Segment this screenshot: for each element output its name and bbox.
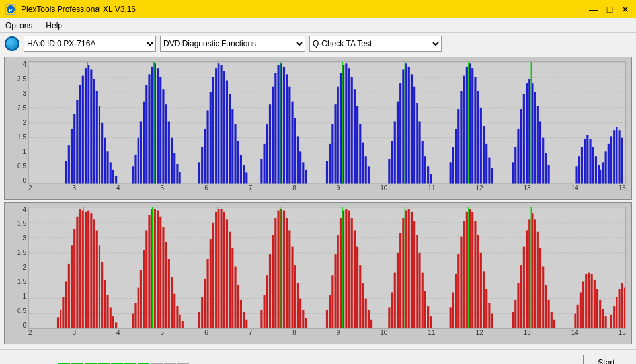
svg-rect-72 xyxy=(277,65,279,184)
svg-rect-123 xyxy=(471,68,473,183)
svg-rect-56 xyxy=(220,65,222,184)
svg-rect-29 xyxy=(115,176,117,183)
svg-rect-199 xyxy=(110,307,112,328)
svg-rect-61 xyxy=(234,124,236,183)
function-select[interactable]: DVD Diagnostic Functions xyxy=(160,36,305,52)
svg-rect-45 xyxy=(173,153,175,184)
svg-rect-155 xyxy=(602,162,604,183)
svg-rect-125 xyxy=(477,91,479,184)
minimize-button[interactable]: — xyxy=(588,4,599,15)
svg-rect-304 xyxy=(491,313,493,328)
svg-rect-92 xyxy=(351,77,353,184)
svg-rect-285 xyxy=(422,272,424,328)
svg-rect-243 xyxy=(272,235,274,328)
svg-rect-101 xyxy=(394,121,396,183)
svg-rect-132 xyxy=(514,147,516,183)
svg-rect-22 xyxy=(96,91,98,184)
svg-rect-188 xyxy=(79,209,81,328)
svg-rect-154 xyxy=(599,170,601,184)
app-icon: P xyxy=(5,4,16,15)
svg-rect-143 xyxy=(545,153,547,184)
svg-rect-317 xyxy=(545,284,547,328)
svg-rect-117 xyxy=(455,129,457,184)
svg-rect-134 xyxy=(520,109,522,183)
svg-rect-48 xyxy=(198,162,200,183)
svg-rect-65 xyxy=(245,172,247,183)
svg-rect-136 xyxy=(526,83,528,183)
svg-rect-106 xyxy=(408,67,410,184)
svg-rect-76 xyxy=(288,87,290,184)
drive-select[interactable]: HA:0 ID:0 PX-716A xyxy=(24,36,156,52)
svg-rect-133 xyxy=(517,129,519,184)
svg-rect-252 xyxy=(297,283,299,328)
svg-rect-281 xyxy=(411,211,413,328)
svg-rect-185 xyxy=(71,245,73,328)
maximize-button[interactable]: □ xyxy=(604,4,615,15)
svg-rect-103 xyxy=(399,83,401,183)
svg-rect-37 xyxy=(151,67,153,184)
svg-rect-158 xyxy=(610,136,612,183)
svg-rect-244 xyxy=(274,218,276,328)
menu-help[interactable]: Help xyxy=(43,20,65,32)
svg-rect-238 xyxy=(245,319,247,328)
svg-rect-265 xyxy=(351,218,353,328)
svg-rect-245 xyxy=(277,210,279,328)
svg-rect-226 xyxy=(212,222,214,328)
svg-rect-256 xyxy=(326,310,328,328)
svg-rect-251 xyxy=(294,265,296,328)
svg-rect-293 xyxy=(460,236,462,328)
svg-rect-288 xyxy=(430,316,432,328)
svg-rect-137 xyxy=(528,79,530,183)
start-button[interactable]: Start xyxy=(583,355,629,365)
svg-rect-151 xyxy=(592,147,594,183)
svg-rect-50 xyxy=(204,129,206,184)
svg-rect-75 xyxy=(286,74,288,183)
svg-rect-204 xyxy=(138,287,139,328)
svg-rect-274 xyxy=(391,292,393,328)
svg-rect-142 xyxy=(542,138,544,184)
menu-options[interactable]: Options xyxy=(3,20,35,32)
svg-rect-331 xyxy=(602,309,604,328)
svg-rect-78 xyxy=(294,118,296,184)
svg-rect-325 xyxy=(585,273,587,328)
top-chart-area xyxy=(28,61,626,184)
svg-rect-62 xyxy=(237,141,239,183)
svg-rect-314 xyxy=(537,231,539,328)
svg-rect-111 xyxy=(422,141,424,183)
svg-rect-99 xyxy=(388,159,390,184)
svg-rect-120 xyxy=(463,76,465,184)
svg-rect-210 xyxy=(154,209,156,328)
svg-rect-98 xyxy=(368,166,370,183)
svg-rect-298 xyxy=(474,221,476,328)
svg-rect-42 xyxy=(165,104,167,183)
svg-rect-87 xyxy=(337,87,339,184)
bottom-panel: Jitter: 5 Peak Shift: xyxy=(0,349,636,364)
svg-rect-240 xyxy=(264,295,266,328)
svg-rect-126 xyxy=(480,108,482,184)
svg-rect-283 xyxy=(416,235,418,328)
svg-rect-119 xyxy=(460,91,462,184)
svg-rect-286 xyxy=(424,291,426,328)
svg-rect-250 xyxy=(291,246,293,328)
test-select[interactable]: Q-Check TA Test xyxy=(309,36,442,52)
svg-rect-70 xyxy=(272,87,274,184)
close-button[interactable]: ✕ xyxy=(620,4,631,15)
svg-rect-290 xyxy=(452,292,454,328)
svg-rect-277 xyxy=(399,233,401,328)
svg-rect-197 xyxy=(104,280,106,328)
svg-rect-118 xyxy=(457,109,459,183)
svg-rect-196 xyxy=(101,262,103,328)
svg-rect-130 xyxy=(491,168,493,184)
svg-rect-32 xyxy=(138,138,139,184)
svg-rect-152 xyxy=(595,156,597,183)
svg-rect-86 xyxy=(334,104,336,183)
svg-rect-47 xyxy=(179,172,181,183)
svg-rect-191 xyxy=(87,210,89,328)
svg-rect-207 xyxy=(145,230,147,328)
svg-rect-257 xyxy=(329,295,331,328)
svg-rect-315 xyxy=(539,248,541,328)
svg-rect-330 xyxy=(599,299,601,328)
svg-rect-160 xyxy=(616,127,617,184)
svg-rect-74 xyxy=(283,67,285,184)
svg-rect-149 xyxy=(586,135,588,183)
